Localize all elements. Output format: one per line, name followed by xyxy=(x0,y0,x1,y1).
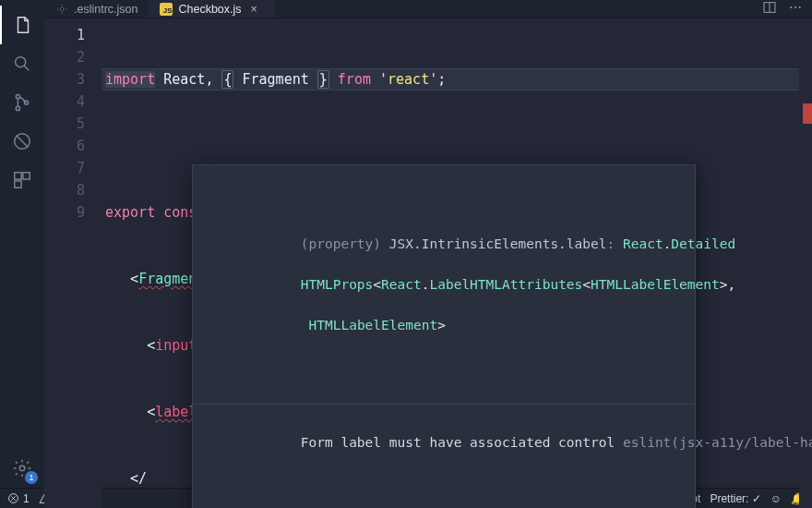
hover-message: Form label must have associated control … xyxy=(193,404,695,480)
hover-signature: (property) JSX.IntrinsicElements.label: … xyxy=(193,206,695,363)
explorer-icon[interactable] xyxy=(0,6,44,44)
svg-point-0 xyxy=(16,57,26,67)
more-icon[interactable] xyxy=(788,0,803,18)
tab-label: .eslintrc.json xyxy=(74,3,137,16)
tab-strip: .eslintrc.json JS Checkbox.js × xyxy=(44,0,812,18)
hover-tooltip: (property) JSX.IntrinsicElements.label: … xyxy=(192,164,696,508)
svg-rect-7 xyxy=(15,181,21,187)
search-icon[interactable] xyxy=(0,44,44,83)
code-line: import React, { Fragment } from 'react'; xyxy=(102,68,799,91)
code-content[interactable]: import React, { Fragment } from 'react';… xyxy=(102,18,799,508)
error-icon xyxy=(7,492,19,504)
config-icon xyxy=(55,3,68,16)
editor-area: .eslintrc.json JS Checkbox.js × 1 2 3 xyxy=(44,0,812,488)
svg-rect-5 xyxy=(15,173,21,179)
split-editor-icon[interactable] xyxy=(762,0,777,18)
extensions-icon[interactable] xyxy=(0,161,44,200)
tab-actions xyxy=(762,0,812,18)
workbench: 1 .eslintrc.json JS Checkbox.js × xyxy=(0,0,812,488)
line-gutter: 1 2 3 4 5 6 7 8 9 xyxy=(44,18,102,508)
tab-label: Checkbox.js xyxy=(178,3,241,16)
svg-point-1 xyxy=(16,94,19,98)
code-view[interactable]: 1 2 3 4 5 6 7 8 9 import React, { Fragme… xyxy=(44,18,812,508)
svg-point-9 xyxy=(60,7,64,11)
svg-point-8 xyxy=(19,466,25,471)
code-line xyxy=(102,135,799,157)
svg-point-13 xyxy=(799,6,801,8)
error-marker[interactable] xyxy=(803,103,812,124)
source-control-icon[interactable] xyxy=(0,83,44,122)
tab-eslintrc[interactable]: .eslintrc.json xyxy=(44,0,149,18)
debug-icon[interactable] xyxy=(0,122,44,161)
tab-checkbox[interactable]: JS Checkbox.js × xyxy=(149,0,274,18)
svg-point-12 xyxy=(794,6,796,8)
svg-point-2 xyxy=(16,106,19,110)
settings-icon[interactable]: 1 xyxy=(0,449,44,488)
activity-bar: 1 xyxy=(0,0,44,488)
status-errors[interactable]: 1 xyxy=(7,492,30,505)
svg-point-11 xyxy=(790,6,792,8)
close-icon[interactable]: × xyxy=(251,3,264,16)
svg-rect-6 xyxy=(23,173,30,179)
settings-badge: 1 xyxy=(25,471,38,484)
js-icon: JS xyxy=(160,3,173,16)
